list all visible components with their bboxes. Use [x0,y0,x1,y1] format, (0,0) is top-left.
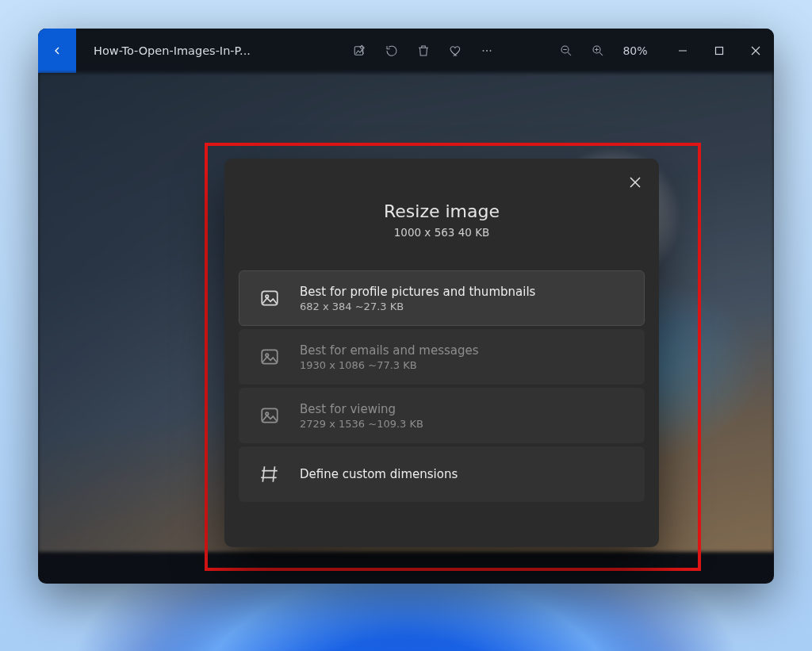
favorite-icon[interactable] [439,35,471,67]
resize-option-label: Best for viewing [300,402,423,416]
image-icon [251,405,289,426]
resize-option-label: Define custom dimensions [300,467,458,481]
window-maximize-button[interactable] [701,33,737,68]
resize-options-list: Best for profile pictures and thumbnails… [239,270,645,502]
photos-app-window: How-To-Open-Images-In-P... [38,29,774,584]
open-file-name: How-To-Open-Images-In-P... [94,44,251,57]
window-close-button[interactable] [737,33,774,68]
delete-icon[interactable] [408,35,439,67]
resize-option-viewing[interactable]: Best for viewing 2729 x 1536 ~109.3 KB [239,388,645,443]
svg-point-3 [490,50,492,52]
resize-option-label: Best for emails and messages [300,343,479,358]
resize-option-label: Best for profile pictures and thumbnails [300,285,535,299]
edit-image-icon[interactable] [344,35,376,67]
more-icon[interactable] [471,35,503,67]
resize-option-meta: 1930 x 1086 ~77.3 KB [300,359,479,371]
dialog-current-size: 1000 x 563 40 KB [239,226,645,239]
resize-option-thumbnail[interactable]: Best for profile pictures and thumbnails… [239,270,645,326]
resize-image-dialog: Resize image 1000 x 563 40 KB Best for p… [224,159,659,547]
zoom-out-icon[interactable] [550,35,582,67]
svg-rect-7 [262,291,278,304]
image-icon [251,288,289,308]
dialog-title: Resize image [239,201,645,221]
window-controls [665,33,774,68]
window-minimize-button[interactable] [665,33,701,68]
svg-rect-9 [262,350,278,363]
image-icon [251,347,289,367]
svg-point-1 [483,50,485,52]
zoom-in-icon[interactable] [582,35,614,67]
resize-option-meta: 682 x 384 ~27.3 KB [300,301,535,312]
rotate-icon[interactable] [376,35,408,67]
svg-rect-11 [262,408,278,422]
hash-icon [251,464,289,484]
app-toolbar: How-To-Open-Images-In-P... [38,29,774,73]
resize-option-custom[interactable]: Define custom dimensions [239,446,645,502]
svg-point-2 [486,50,488,52]
resize-option-meta: 2729 x 1536 ~109.3 KB [300,418,423,430]
back-button[interactable] [38,29,76,73]
resize-option-email[interactable]: Best for emails and messages 1930 x 1086… [239,329,645,385]
zoom-level: 80% [614,44,657,57]
svg-rect-6 [716,48,723,55]
dialog-close-button[interactable] [622,170,648,195]
toolbar-icon-group: 80% [344,35,657,67]
